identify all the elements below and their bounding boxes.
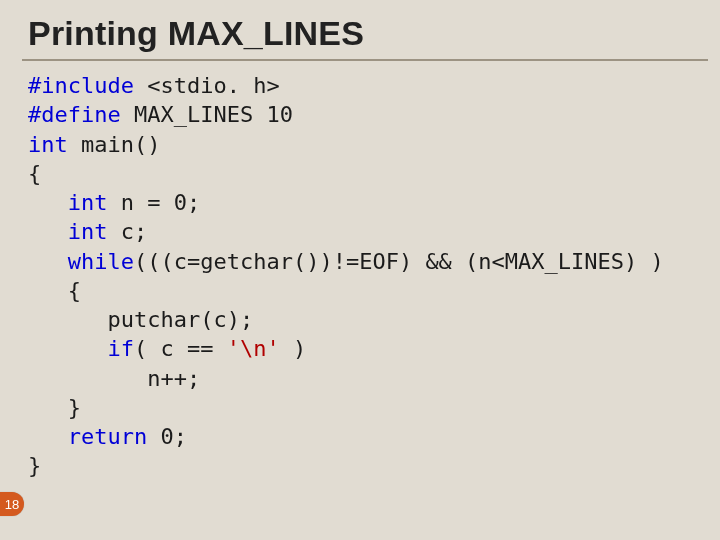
- code-line: int main(): [28, 130, 708, 159]
- code-block: #include <stdio. h>#define MAX_LINES 10i…: [28, 71, 708, 481]
- keyword: while: [68, 249, 134, 274]
- code-line: int c;: [28, 217, 708, 246]
- code-line: if( c == '\n' ): [28, 334, 708, 363]
- slide-title: Printing MAX_LINES: [28, 14, 708, 53]
- string-literal: '\n': [227, 336, 280, 361]
- page-number-badge: 18: [0, 492, 24, 516]
- code-line: {: [28, 159, 708, 188]
- keyword: return: [68, 424, 147, 449]
- keyword: int: [68, 219, 108, 244]
- code-line: return 0;: [28, 422, 708, 451]
- code-line: #include <stdio. h>: [28, 71, 708, 100]
- slide: Printing MAX_LINES #include <stdio. h>#d…: [0, 0, 720, 540]
- page-number: 18: [5, 497, 19, 512]
- keyword: if: [107, 336, 134, 361]
- code-line: int n = 0;: [28, 188, 708, 217]
- code-line: }: [28, 393, 708, 422]
- code-line: while(((c=getchar())!=EOF) && (n<MAX_LIN…: [28, 247, 708, 276]
- code-line: putchar(c);: [28, 305, 708, 334]
- directive: #define: [28, 102, 121, 127]
- keyword: int: [28, 132, 68, 157]
- code-line: #define MAX_LINES 10: [28, 100, 708, 129]
- keyword: int: [68, 190, 108, 215]
- code-line: n++;: [28, 364, 708, 393]
- code-line: {: [28, 276, 708, 305]
- directive: #include: [28, 73, 134, 98]
- divider: [22, 59, 708, 61]
- code-line: }: [28, 451, 708, 480]
